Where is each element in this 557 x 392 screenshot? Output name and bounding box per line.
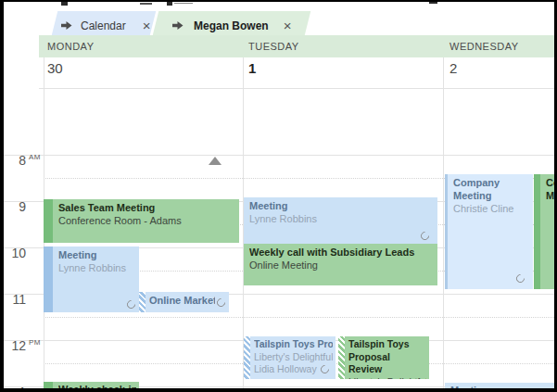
recurrence-icon: [215, 297, 227, 309]
tab-calendar-label: Calendar: [81, 19, 126, 32]
recurrence-icon: [514, 272, 526, 285]
time-label-12pm: 12PM: [4, 338, 26, 353]
event-company-meeting-blue[interactable]: Company Meeting Christie Cline: [445, 174, 533, 289]
event-meeting-monday[interactable]: Meeting Lynne Robbins: [44, 247, 139, 312]
date-tuesday[interactable]: 1: [248, 60, 256, 76]
recurrence-icon: [319, 363, 331, 375]
event-meeting-tuesday[interactable]: Meeting Lynne Robbins: [244, 197, 437, 244]
event-sales-team-meeting[interactable]: Sales Team Meeting Conference Room - Ada…: [44, 199, 239, 243]
time-label-9: 9: [4, 199, 26, 214]
screenshot-border: [0, 0, 4, 392]
close-icon[interactable]: ×: [143, 19, 151, 32]
recurrence-icon: [125, 298, 137, 310]
arrow-right-icon: [172, 18, 184, 34]
recurrence-icon: [419, 230, 431, 242]
screenshot-border: [0, 388, 557, 392]
tab-megan-bowen-content[interactable]: Megan Bowen ×: [172, 18, 291, 34]
column-divider: [443, 57, 444, 388]
time-label-11: 11: [4, 292, 26, 307]
clipped-text-fragment: [140, 3, 152, 5]
time-label-10: 10: [4, 246, 26, 260]
arrow-right-icon: [61, 18, 72, 34]
event-online-market[interactable]: Online Market: [139, 292, 229, 312]
tab-calendar-content[interactable]: Calendar ×: [61, 18, 150, 34]
day-header-wednesday[interactable]: WEDNESDAY: [449, 41, 519, 52]
grid-line: [4, 155, 554, 156]
event-tailspin-toys-pro[interactable]: Tailspin Toys Pro Liberty's Delightful L…: [244, 336, 335, 379]
event-weekly-call-subsidiary-leads[interactable]: Weekly call with Subsidiary Leads Online…: [244, 244, 437, 285]
date-wednesday[interactable]: 2: [449, 60, 457, 76]
event-tailspin-toys-proposal-review[interactable]: Tailspin Toys Proposal Review Liberty's …: [338, 336, 429, 379]
half-hour-line: [44, 317, 554, 318]
time-label-8am: 8AM: [4, 153, 26, 168]
calendar-window: Calendar × Megan Bowen × MONDAY TUESDAY …: [0, 0, 557, 392]
event-weekly-check-in[interactable]: Weekly check-in: [44, 382, 139, 388]
screenshot-border: [0, 0, 557, 2]
close-icon[interactable]: ×: [284, 19, 292, 32]
grid-line: [39, 88, 554, 89]
scroll-up-triangle-icon[interactable]: [209, 157, 222, 165]
clipped-text-fragment: [174, 3, 193, 4]
day-header-tuesday[interactable]: TUESDAY: [248, 41, 299, 52]
day-header-monday[interactable]: MONDAY: [47, 41, 94, 52]
date-monday[interactable]: 30: [47, 60, 63, 76]
tab-megan-bowen-label: Megan Bowen: [194, 19, 269, 32]
